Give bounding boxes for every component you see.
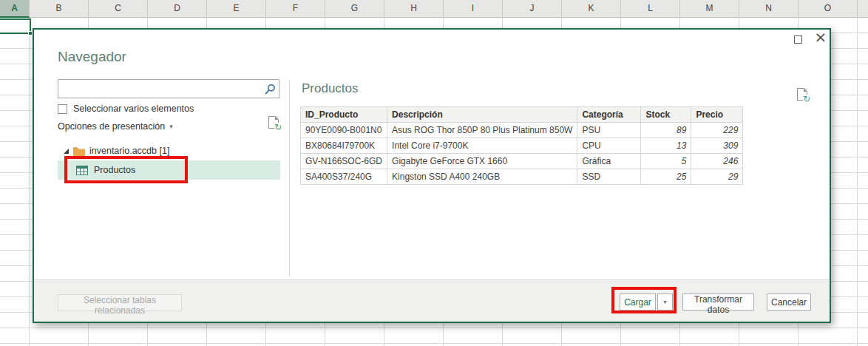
cell-id: SA400S37/240G <box>301 169 387 185</box>
column-header-stock: Stock <box>641 107 691 123</box>
cell-stock: 89 <box>641 123 691 138</box>
excel-window: ABCDEFGHIJKLMNO × Navegador Seleccionar … <box>0 0 868 346</box>
column-header-id: ID_Producto <box>301 107 387 123</box>
select-related-tables-button[interactable]: Seleccionar tablas relacionadas <box>58 294 182 311</box>
column-header-A[interactable]: A <box>0 0 30 18</box>
multi-select-row[interactable]: Seleccionar varios elementos <box>58 104 194 114</box>
cell-categoria: SSD <box>577 169 641 185</box>
navigator-dialog: × Navegador Seleccionar varios elementos… <box>33 28 831 323</box>
folder-icon <box>73 146 85 156</box>
cell-precio: 246 <box>691 154 743 169</box>
cell-categoria: Gráfica <box>577 154 641 169</box>
excel-column-headers: ABCDEFGHIJKLMNO <box>0 0 868 18</box>
chevron-down-icon: ▾ <box>169 123 173 130</box>
cell-stock: 5 <box>641 154 691 169</box>
column-header-precio: Precio <box>691 107 743 123</box>
cell-precio: 309 <box>691 138 743 154</box>
cancel-button[interactable]: Cancelar <box>767 294 811 311</box>
column-header-F[interactable]: F <box>266 0 325 18</box>
search-icon[interactable] <box>264 84 276 95</box>
column-header-C[interactable]: C <box>89 0 148 18</box>
cell-descripcion: Kingston SSD A400 240GB <box>387 169 577 185</box>
column-header-D[interactable]: D <box>148 0 207 18</box>
selected-cell-a1[interactable] <box>0 18 31 34</box>
pane-divider <box>289 80 290 277</box>
page-corner-icon <box>275 116 279 120</box>
cell-descripcion: Asus ROG Thor 850P 80 Plus Platinum 850W <box>387 123 577 138</box>
search-input[interactable] <box>60 81 262 96</box>
table-row: GV-N166SOC-6GD Gigabyte GeForce GTX 1660… <box>301 154 743 169</box>
multi-select-checkbox[interactable] <box>58 104 67 114</box>
refresh-preview-icon[interactable]: ↻ <box>797 88 807 101</box>
column-header-O[interactable]: O <box>799 0 858 18</box>
refresh-arrow-icon: ↻ <box>803 95 810 104</box>
table-row: 90YE0090-B001N0 Asus ROG Thor 850P 80 Pl… <box>301 123 743 138</box>
cell-precio: 229 <box>691 123 743 138</box>
column-header-descripcion: Descripción <box>387 107 577 123</box>
cell-descripcion: Intel Core i7-9700K <box>387 138 577 154</box>
cell-categoria: CPU <box>577 138 641 154</box>
cell-id: 90YE0090-B001N0 <box>301 123 387 138</box>
dialog-footer: Seleccionar tablas relacionadas Cargar ▾… <box>34 279 830 322</box>
preview-table: ID_Producto Descripción Categoría Stock … <box>300 106 743 185</box>
search-box[interactable] <box>58 79 279 98</box>
cell-precio: 29 <box>691 169 743 185</box>
cell-categoria: PSU <box>577 123 641 138</box>
cell-id: BX80684I79700K <box>301 138 387 154</box>
transform-data-button[interactable]: Transformar datos <box>682 294 754 311</box>
refresh-icon[interactable]: ↻ <box>268 116 279 129</box>
table-row: SA400S37/240G Kingston SSD A400 240GB SS… <box>301 169 743 185</box>
column-header-E[interactable]: E <box>207 0 266 18</box>
annotation-box-cargar <box>611 287 677 313</box>
column-header-categoria: Categoría <box>577 107 641 123</box>
refresh-arrow-icon: ↻ <box>274 123 282 132</box>
preview-header-row: ID_Producto Descripción Categoría Stock … <box>301 107 743 123</box>
tree-item-database-label: inventario.accdb [1] <box>89 146 169 156</box>
column-header-M[interactable]: M <box>680 0 739 18</box>
column-header-I[interactable]: I <box>444 0 503 18</box>
preview-heading: Productos <box>302 81 359 96</box>
display-options-label: Opciones de presentación <box>58 121 165 132</box>
display-options-dropdown[interactable]: Opciones de presentación ▾ <box>58 121 173 132</box>
dialog-title: Navegador <box>58 49 126 65</box>
cell-stock: 25 <box>641 169 691 185</box>
multi-select-label: Seleccionar varios elementos <box>73 104 194 114</box>
column-header-J[interactable]: J <box>503 0 562 18</box>
maximize-icon <box>794 35 802 44</box>
maximize-button[interactable] <box>793 34 804 46</box>
column-header-N[interactable]: N <box>739 0 799 18</box>
column-header-B[interactable]: B <box>30 0 89 18</box>
table-row: BX80684I79700K Intel Core i7-9700K CPU 1… <box>301 138 743 154</box>
close-button[interactable]: × <box>814 29 827 45</box>
close-icon: × <box>815 28 827 46</box>
annotation-box-productos <box>64 156 188 183</box>
page-corner-icon <box>804 88 807 92</box>
column-header-G[interactable]: G <box>325 0 384 18</box>
column-header-K[interactable]: K <box>562 0 621 18</box>
column-header-H[interactable]: H <box>384 0 444 18</box>
cell-stock: 13 <box>641 138 691 154</box>
cell-descripcion: Gigabyte GeForce GTX 1660 <box>387 154 577 169</box>
column-header-L[interactable]: L <box>621 0 680 18</box>
cell-id: GV-N166SOC-6GD <box>301 154 387 169</box>
expander-triangle-icon[interactable] <box>64 149 69 154</box>
